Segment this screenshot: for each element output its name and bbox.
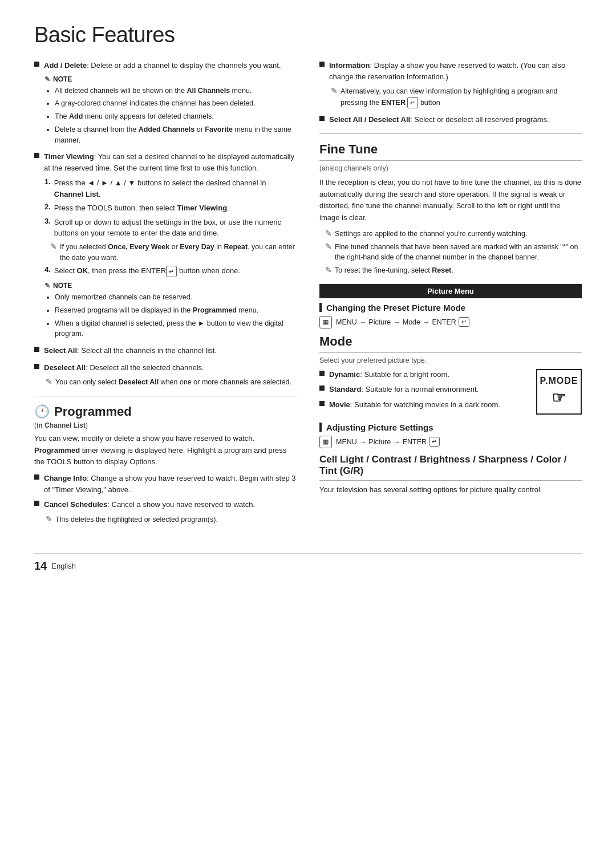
movie-text: Movie: Suitable for watching movies in a… — [329, 399, 530, 411]
select-all-body: : Select all the channels in the channel… — [77, 346, 217, 355]
dynamic-bullet: Dynamic: Suitable for a bright room. — [319, 369, 530, 380]
note-block-2: ✎ NOTE Only memorized channels can be re… — [44, 282, 297, 339]
mode-heading: Mode — [319, 334, 582, 349]
deselect-sub-note: ✎ You can only select Deselect All when … — [46, 377, 297, 388]
info-sub-note: ✎ Alternatively, you can view Informatio… — [331, 86, 582, 108]
divider-2 — [319, 133, 582, 134]
fine-tune-note-1: ✎ Settings are applied to the channel yo… — [325, 229, 582, 240]
footer: 14 English — [34, 553, 582, 573]
menu-path-text-2: MENU — [336, 438, 357, 446]
menu-path-enter: ENTER — [432, 318, 456, 326]
menu-path-enter-2: ENTER — [403, 438, 427, 446]
divider-fine-tune — [319, 160, 582, 161]
note-item: The Add menu only appears for deleted ch… — [55, 111, 297, 122]
bullet-square-icon — [34, 474, 39, 480]
deselect-all-section: Deselect All: Deselect all the selected … — [34, 362, 297, 388]
deselect-sub-note-text: You can only select Deselect All when on… — [55, 377, 297, 388]
pencil-icon-4: ✎ — [331, 86, 338, 95]
clock-icon: 🕐 — [34, 404, 50, 419]
step-num-2: 2. — [44, 202, 51, 214]
arrow-3: → — [423, 318, 430, 326]
movie-bullet: Movie: Suitable for watching movies in a… — [319, 399, 530, 411]
adjusting-text: Adjusting Picture Settings — [326, 423, 433, 432]
cell-light-heading: Cell Light / Contrast / Brightness / Sha… — [319, 454, 582, 477]
cell-light-section: Cell Light / Contrast / Brightness / Sha… — [319, 454, 582, 496]
arrow-2: → — [393, 318, 400, 326]
mode-section: Mode Select your preferred picture type.… — [319, 334, 582, 415]
arrow-4: → — [359, 438, 367, 446]
info-sub-note-text: Alternatively, you can view Information … — [341, 86, 582, 108]
fine-tune-body: If the reception is clear, you do not ha… — [319, 177, 582, 224]
bullet-square-icon — [34, 347, 39, 352]
pencil-icon-2: ✎ — [46, 377, 52, 386]
adjusting-section: Adjusting Picture Settings ▦ MENU → Pict… — [319, 423, 582, 448]
note-list-1: All deleted channels will be shown on th… — [55, 86, 297, 146]
divider-1 — [34, 396, 297, 396]
information-label: Information — [329, 61, 370, 70]
two-column-layout: Add / Delete: Delete or add a channel to… — [34, 60, 582, 530]
bullet-square-icon — [34, 153, 39, 158]
page-number: 14 — [34, 559, 47, 573]
programmed-body: You can view, modify or delete a show yo… — [34, 433, 297, 468]
page-title: Basic Features — [34, 23, 582, 47]
page-container: Basic Features Add / Delete: Delete or a… — [0, 0, 616, 595]
step-3: 3. Scroll up or down to adjust the setti… — [44, 217, 297, 239]
note-label-1: ✎ NOTE — [44, 75, 297, 83]
note-item: All deleted channels will be shown on th… — [55, 86, 297, 96]
menu-icon-1: ▦ — [319, 316, 332, 328]
note-block-1: ✎ NOTE All deleted channels will be show… — [44, 75, 297, 146]
change-info-bullet: Change Info: Change a show you have rese… — [34, 473, 297, 495]
programmed-heading: 🕐 Programmed — [34, 404, 297, 419]
adjusting-heading: Adjusting Picture Settings — [319, 423, 582, 432]
add-delete-body: : Delete or add a channel to display the… — [87, 61, 281, 70]
fine-tune-heading: Fine Tune — [319, 142, 582, 157]
sub-note-1: ✎ If you selected Once, Every Week or Ev… — [50, 242, 297, 263]
note-item: Reserved programs will be displayed in t… — [55, 305, 297, 316]
in-channel-label: (in Channel List) — [34, 421, 297, 429]
cancel-schedules-bullet: Cancel Schedules: Cancel a show you have… — [34, 499, 297, 510]
timer-viewing-section: Timer Viewing: You can set a desired cha… — [34, 151, 297, 339]
timer-viewing-bullet: Timer Viewing: You can set a desired cha… — [34, 151, 297, 173]
step-4: 4. Select OK, then press the ENTER↵ butt… — [44, 265, 297, 277]
pmode-label: P.MODE — [540, 376, 578, 386]
note-label-2: ✎ NOTE — [44, 282, 297, 290]
change-info-label: Change Info — [44, 474, 87, 482]
menu-path-text-1: MENU — [336, 318, 357, 326]
changing-preset-heading: Changing the Preset Picture Mode — [319, 303, 582, 313]
select-all-section: Select All: Select all the channels in t… — [34, 345, 297, 356]
bullet-square-icon — [34, 501, 39, 506]
step-2: 2. Press the TOOLS button, then select T… — [44, 202, 297, 214]
bullet-square-icon — [34, 62, 39, 67]
select-deselect-text: Select All / Deselect All: Select or des… — [329, 114, 582, 125]
bullet-square-icon — [34, 364, 39, 369]
pencil-icon-3: ✎ — [46, 514, 52, 524]
bullet-square-icon — [319, 386, 325, 391]
in-channel-text: in Channel List — [37, 421, 86, 429]
cancel-sub-note: ✎ This deletes the highlighted or select… — [46, 514, 297, 525]
timer-viewing-label: Timer Viewing — [44, 152, 94, 161]
select-deselect-bullet: Select All / Deselect All: Select or des… — [319, 114, 582, 125]
programmed-title: Programmed — [54, 404, 132, 419]
note-text-1: NOTE — [53, 75, 72, 83]
deselect-all-body: : Deselect all the selected channels. — [86, 363, 204, 372]
mode-desc: Select your preferred picture type. — [319, 356, 582, 364]
fine-tune-note-1-text: Settings are applied to the channel you'… — [335, 229, 582, 240]
fine-tune-note-3: ✎ To reset the fine-tuning, select Reset… — [325, 265, 582, 276]
cancel-schedules-text: Cancel Schedules: Cancel a show you have… — [44, 499, 297, 510]
pencil-icon-7: ✎ — [325, 265, 332, 274]
select-all-text: Select All: Select all the channels in t… — [44, 345, 297, 356]
left-column: Add / Delete: Delete or add a channel to… — [34, 60, 297, 530]
right-column: Information: Display a show you have res… — [319, 60, 582, 530]
menu-path-picture: Picture — [368, 318, 391, 326]
add-delete-section: Add / Delete: Delete or add a channel to… — [34, 60, 297, 145]
fine-tune-note-3-text: To reset the fine-tuning, select Reset. — [335, 265, 582, 276]
standard-text: Standard: Suitable for a normal environm… — [329, 384, 530, 395]
pencil-icon-1: ✎ — [50, 242, 57, 251]
menu-icon-2: ▦ — [319, 436, 332, 448]
note-item: Delete a channel from the Added Channels… — [55, 124, 297, 146]
select-deselect-label: Select All / Deselect All — [329, 115, 410, 124]
pencil-icon-5: ✎ — [325, 229, 332, 238]
bullet-square-icon — [319, 371, 325, 376]
menu-path-picture-2: Picture — [368, 438, 391, 446]
mode-bullets-list: Dynamic: Suitable for a bright room. Sta… — [319, 369, 530, 415]
